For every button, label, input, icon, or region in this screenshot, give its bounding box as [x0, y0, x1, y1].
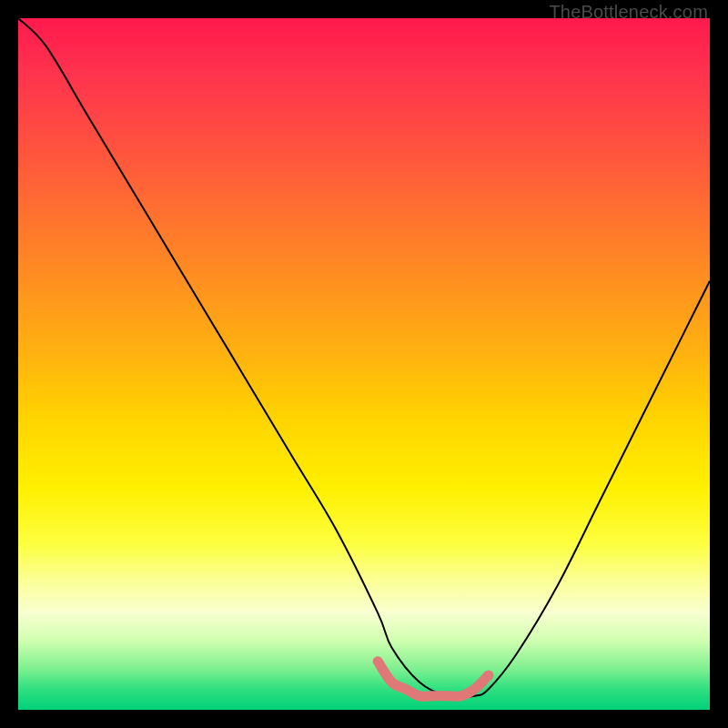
- chart-svg: [18, 18, 710, 710]
- watermark-text: TheBottleneck.com: [549, 2, 708, 23]
- chart-container: TheBottleneck.com: [0, 0, 728, 728]
- optimal-zone-marker: [378, 662, 489, 697]
- bottleneck-curve: [18, 18, 710, 697]
- plot-area: [18, 18, 710, 710]
